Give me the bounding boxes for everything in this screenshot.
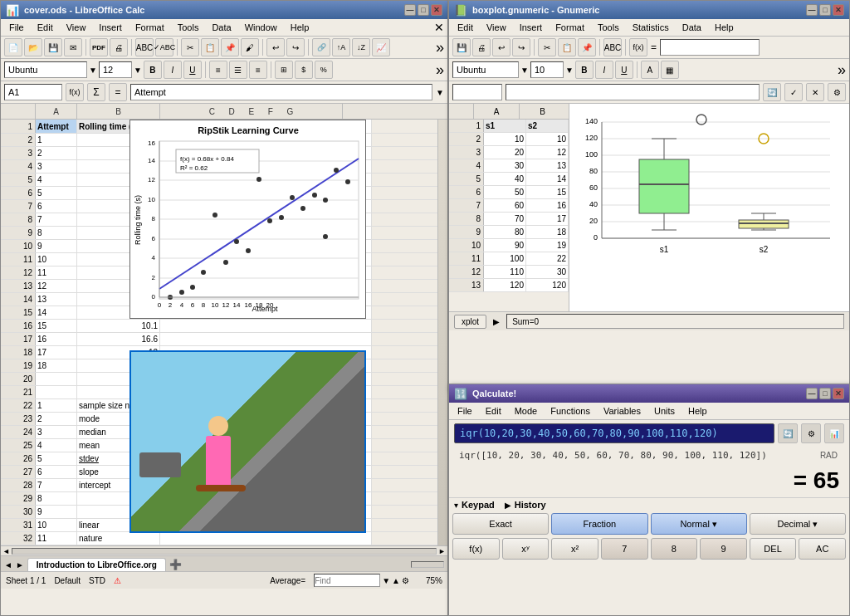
align-right-btn[interactable]: ≡ <box>249 61 267 79</box>
g-refresh-icon[interactable]: 🔄 <box>763 83 781 101</box>
formula-expand-btn[interactable]: ▼ <box>436 88 444 97</box>
seven-btn[interactable]: 7 <box>601 538 648 560</box>
g-cut-btn[interactable]: ✂ <box>538 38 556 56</box>
fraction-btn[interactable]: Fraction <box>551 513 647 535</box>
email-btn[interactable]: ✉ <box>64 38 82 56</box>
chart-btn[interactable]: 📈 <box>372 38 390 56</box>
gnumeric-maximize-btn[interactable]: □ <box>819 4 831 16</box>
g-italic-btn[interactable]: I <box>595 61 613 79</box>
qalc-menu-mode[interactable]: Mode <box>510 404 543 418</box>
save-btn[interactable]: 💾 <box>44 38 62 56</box>
formula-fn-btn[interactable]: f(x) <box>66 83 84 101</box>
font-name-box[interactable]: Ubuntu <box>4 61 87 78</box>
italic-btn[interactable]: I <box>164 61 182 79</box>
calc-maximize-btn[interactable]: □ <box>418 4 429 16</box>
toolbar-expand-btn[interactable]: » <box>436 39 444 56</box>
col-header-c-d[interactable]: C D E F G <box>160 104 343 119</box>
g-save-btn[interactable]: 💾 <box>452 38 471 56</box>
calc-menu-insert[interactable]: Insert <box>94 21 127 34</box>
undo-btn[interactable]: ↩ <box>266 38 285 56</box>
g-decline-icon[interactable]: ✕ <box>806 83 824 101</box>
add-sheet-btn[interactable]: ➕ <box>169 559 182 570</box>
underline-btn[interactable]: U <box>183 61 202 79</box>
qalc-minimize-btn[interactable]: — <box>806 388 818 399</box>
hyperlink-btn[interactable]: 🔗 <box>312 38 330 56</box>
qalc-menu-file[interactable]: File <box>452 404 477 418</box>
find-input[interactable] <box>314 574 380 587</box>
cell-reference-input[interactable] <box>4 84 62 100</box>
tab-scroll-right[interactable]: ► <box>16 560 24 570</box>
calc-vscroll[interactable] <box>437 120 447 545</box>
new-btn[interactable]: 📄 <box>4 38 22 56</box>
g-extra-icon[interactable]: ⚙ <box>828 83 846 101</box>
g-col-a[interactable]: A <box>474 104 520 119</box>
qalc-icon-2[interactable]: ⚙ <box>801 423 821 443</box>
font-dropdown-icon[interactable]: ▼ <box>89 66 97 75</box>
g-fontsize-box[interactable]: 10 <box>530 61 564 78</box>
find-down-btn[interactable]: ▼ <box>382 576 390 585</box>
calc-menu-tools[interactable]: Tools <box>173 21 204 34</box>
calc-hscroll[interactable]: ◄ ► <box>1 545 447 555</box>
g-cell-formula[interactable] <box>506 84 760 100</box>
align-left-btn[interactable]: ≡ <box>209 61 227 79</box>
cell-a1[interactable]: Attempt <box>36 120 77 133</box>
gnumeric-menu-help[interactable]: Help <box>710 21 739 34</box>
scroll-right-btn[interactable]: ► <box>437 547 447 555</box>
decimal-btn[interactable]: Decimal ▾ <box>750 513 846 535</box>
qalc-history-toggle[interactable]: ▶ <box>505 501 511 510</box>
fx-btn[interactable]: f(x) <box>452 538 500 560</box>
g-tab-scroll[interactable]: ▶ <box>493 317 500 326</box>
pdf-btn[interactable]: PDF <box>90 38 108 56</box>
gnumeric-menu-edit[interactable]: Edit <box>452 21 478 34</box>
calc-close-icon[interactable]: ✕ <box>434 21 444 34</box>
g-formula-input[interactable] <box>660 39 760 56</box>
g-fontsize-dropdown[interactable]: ▼ <box>565 66 574 75</box>
g-fn-icon[interactable]: f(x) <box>629 38 647 56</box>
formula-input[interactable] <box>130 84 432 100</box>
del-btn[interactable]: DEL <box>750 538 797 560</box>
gnumeric-menu-tools[interactable]: Tools <box>593 21 624 34</box>
g-col-b[interactable]: B <box>520 104 565 119</box>
calc-menu-help[interactable]: Help <box>286 21 315 34</box>
gnumeric-sheet-tab[interactable]: xplot <box>454 315 486 329</box>
g-underline-btn[interactable]: U <box>615 61 633 79</box>
find-options-btn[interactable]: ⚙ <box>402 576 409 585</box>
g-redo-btn[interactable]: ↪ <box>512 38 530 56</box>
percent-btn[interactable]: % <box>315 61 333 79</box>
open-btn[interactable]: 📂 <box>24 38 42 56</box>
normal-btn[interactable]: Normal ▾ <box>651 513 747 535</box>
g-font-dropdown[interactable]: ▼ <box>520 66 529 75</box>
g-copy-btn[interactable]: 📋 <box>558 38 576 56</box>
calc-menu-format[interactable]: Format <box>130 21 169 34</box>
scatter-chart[interactable]: RipStik Learning Curve Rolling time (s) … <box>129 120 366 319</box>
qalc-menu-variables[interactable]: Variables <box>598 404 646 418</box>
calc-close-btn[interactable]: ✕ <box>431 4 442 16</box>
col-header-b[interactable]: B <box>77 104 160 119</box>
print-btn[interactable]: 🖨 <box>110 38 128 56</box>
calc-menu-data[interactable]: Data <box>207 21 236 34</box>
col-header-a[interactable]: A <box>36 104 77 119</box>
g-cell-ref[interactable] <box>452 84 502 100</box>
spellcheck-btn[interactable]: ABC <box>135 38 154 56</box>
spellcheck2-btn[interactable]: ✓ABC <box>155 38 173 56</box>
gnumeric-menu-statistics[interactable]: Statistics <box>628 21 674 34</box>
qalc-menu-functions[interactable]: Functions <box>545 404 595 418</box>
calc-minimize-btn[interactable]: — <box>404 4 416 16</box>
qalc-expression-input[interactable] <box>454 423 774 443</box>
g-bold-btn[interactable]: B <box>575 61 594 79</box>
fontsize-dropdown-icon[interactable]: ▼ <box>134 66 142 75</box>
xpowy-btn[interactable]: xʸ <box>502 538 550 560</box>
copy-btn[interactable]: 📋 <box>201 38 219 56</box>
redo-btn[interactable]: ↪ <box>286 38 305 56</box>
calc-menu-window[interactable]: Window <box>240 21 282 34</box>
formula-sum-btn[interactable]: Σ <box>87 83 105 101</box>
x2-btn[interactable]: x² <box>551 538 598 560</box>
hscroll2[interactable] <box>411 561 444 568</box>
toolbar2-expand-btn[interactable]: » <box>436 61 444 79</box>
g-color-btn[interactable]: A <box>641 61 659 79</box>
qalc-icon-3[interactable]: 📊 <box>824 423 844 443</box>
formula-eq-btn[interactable]: = <box>109 83 127 101</box>
gnumeric-menu-data[interactable]: Data <box>677 21 706 34</box>
tab-scroll-left[interactable]: ◄ <box>4 560 12 570</box>
qalc-menu-units[interactable]: Units <box>649 404 680 418</box>
